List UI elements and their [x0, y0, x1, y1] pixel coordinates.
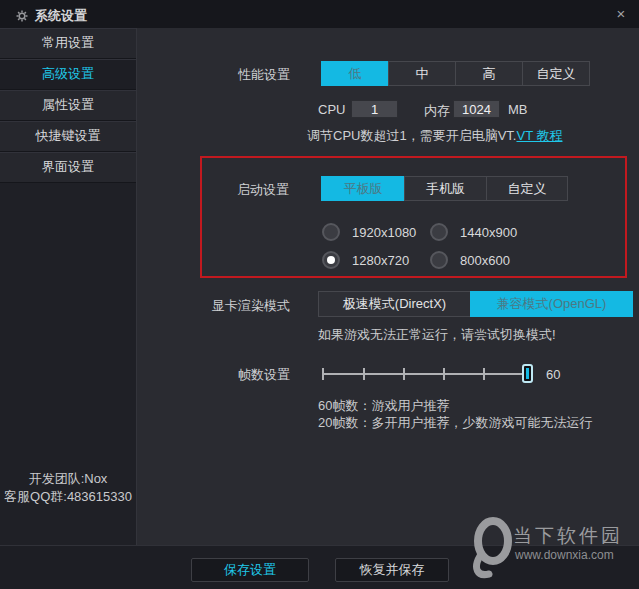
render-mode-label: 显卡渲染模式: [150, 297, 290, 315]
render-option-opengl[interactable]: 兼容模式(OpenGL): [470, 291, 633, 317]
launch-option-tablet[interactable]: 平板版: [321, 176, 405, 201]
bottom-bar: 保存设置 恢复并保存: [0, 545, 639, 589]
vt-tutorial-link[interactable]: VT 教程: [516, 128, 562, 143]
memory-input[interactable]: [453, 100, 500, 118]
sidebar-item-common[interactable]: 常用设置: [0, 28, 136, 59]
radio-1440x900[interactable]: [430, 223, 448, 241]
res-label-800x600: 800x600: [460, 253, 510, 268]
restore-save-button[interactable]: 恢复并保存: [335, 558, 449, 582]
fps-hint-1: 60帧数：游戏用户推荐: [318, 397, 449, 415]
dev-team-text: 开发团队:Nox: [0, 470, 136, 488]
fps-slider-track[interactable]: [322, 373, 529, 375]
fps-slider[interactable]: [322, 364, 544, 384]
res-label-1280x720: 1280x720: [352, 253, 409, 268]
slider-tick: [443, 368, 445, 380]
radio-1920x1080[interactable]: [322, 223, 340, 241]
titlebar: 系统设置 ×: [0, 0, 639, 28]
memory-label: 内存: [424, 102, 450, 120]
close-icon: ×: [617, 5, 626, 22]
slider-tick: [363, 368, 365, 380]
close-button[interactable]: ×: [610, 4, 632, 24]
render-hint: 如果游戏无法正常运行，请尝试切换模式!: [318, 326, 556, 344]
fps-slider-handle[interactable]: [522, 364, 533, 383]
slider-tick: [403, 368, 405, 380]
perf-option-custom[interactable]: 自定义: [522, 61, 590, 86]
render-option-directx[interactable]: 极速模式(DirectX): [318, 291, 471, 317]
perf-option-high[interactable]: 高: [455, 61, 523, 86]
vt-hint-text: 调节CPU数超过1，需要开启电脑VT.: [307, 128, 516, 143]
slider-tick: [483, 368, 485, 380]
sidebar-item-shortcut[interactable]: 快捷键设置: [0, 121, 136, 152]
save-button[interactable]: 保存设置: [191, 558, 309, 582]
launch-option-phone[interactable]: 手机版: [404, 176, 487, 201]
window-title: 系统设置: [35, 7, 87, 25]
radio-1280x720[interactable]: [322, 251, 340, 269]
sidebar-item-property[interactable]: 属性设置: [0, 90, 136, 121]
sidebar-footer: 开发团队:Nox 客服QQ群:483615330: [0, 470, 136, 506]
res-label-1920x1080: 1920x1080: [352, 225, 416, 240]
fps-label: 帧数设置: [150, 366, 290, 384]
radio-800x600[interactable]: [430, 251, 448, 269]
memory-unit: MB: [508, 102, 528, 117]
sidebar-item-interface[interactable]: 界面设置: [0, 152, 136, 183]
vt-hint: 调节CPU数超过1，需要开启电脑VT.VT 教程: [307, 127, 562, 145]
perf-option-low[interactable]: 低: [321, 61, 389, 86]
system-settings-window: 系统设置 × 常用设置 高级设置 属性设置 快捷键设置 界面设置 开发团队:No…: [0, 0, 639, 589]
highlight-box: [200, 156, 627, 278]
res-label-1440x900: 1440x900: [460, 225, 517, 240]
cpu-label: CPU: [318, 102, 345, 117]
fps-value: 60: [546, 367, 560, 382]
launch-option-custom[interactable]: 自定义: [486, 176, 568, 201]
sidebar: 常用设置 高级设置 属性设置 快捷键设置 界面设置 开发团队:Nox 客服QQ群…: [0, 28, 137, 545]
slider-tick: [322, 368, 324, 380]
fps-hint-2: 20帧数：多开用户推荐，少数游戏可能无法运行: [318, 414, 592, 432]
gear-icon: [16, 8, 28, 20]
qq-group-text: 客服QQ群:483615330: [0, 488, 136, 506]
cpu-input[interactable]: [351, 100, 398, 118]
perf-option-mid[interactable]: 中: [388, 61, 456, 86]
performance-label: 性能设置: [150, 66, 290, 84]
sidebar-item-advanced[interactable]: 高级设置: [0, 59, 136, 90]
launch-label: 启动设置: [150, 181, 289, 199]
